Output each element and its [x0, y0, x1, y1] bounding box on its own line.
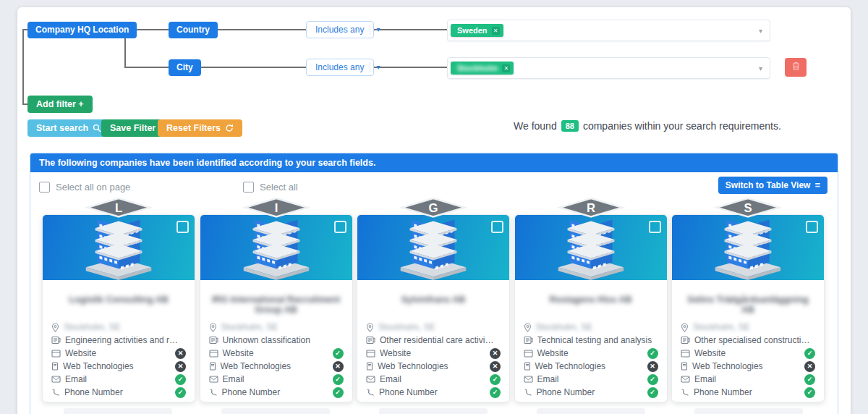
- phone-icon: [51, 388, 60, 397]
- chevron-down-icon[interactable]: ▾: [759, 27, 762, 35]
- phone-row: Phone Number ✓: [681, 386, 815, 399]
- operator-label: Includes any: [315, 25, 364, 35]
- company-card[interactable]: R Roslagens Hiss AB Stockholm, SE Techni…: [514, 214, 668, 402]
- select-all-label: Select all: [260, 182, 298, 193]
- building-illustration: R: [545, 197, 637, 282]
- value-tag-sweden: Sweden ✕: [451, 24, 503, 37]
- email-icon: [524, 376, 533, 383]
- phone-icon: [681, 388, 689, 397]
- phone-label: Phone Number: [64, 387, 123, 397]
- tag-label: Stockholm: [457, 64, 498, 72]
- classification-icon: [681, 336, 690, 345]
- filter-field-city[interactable]: City: [169, 59, 201, 76]
- card-select-checkbox[interactable]: [491, 221, 503, 233]
- company-classification: Other residential care activities: [380, 335, 495, 345]
- chevron-down-icon: ▾: [370, 25, 380, 35]
- website-row: Website ✓: [524, 347, 658, 360]
- location-row: Stockholm, SE: [366, 321, 501, 334]
- classification-icon: [209, 336, 218, 345]
- website-row: Website ✓: [209, 347, 344, 360]
- trash-icon: [792, 62, 800, 73]
- results-count-badge: 88: [561, 120, 579, 132]
- company-card-body: Roslagens Hiss AB Stockholm, SE Technica…: [515, 280, 667, 399]
- location-row: Stockholm, SE: [209, 321, 344, 334]
- location-row: Stockholm, SE: [524, 321, 658, 334]
- website-icon: [681, 350, 690, 358]
- phone-label: Phone Number: [379, 387, 438, 397]
- value-input-country[interactable]: Sweden ✕ ▾: [447, 20, 770, 41]
- select-all-on-page[interactable]: Select all on page: [39, 182, 130, 193]
- building-illustration: G: [387, 197, 480, 282]
- company-card-body: Selins Trädgårdsanläggning AB Stockholm,…: [672, 280, 824, 399]
- start-search-button[interactable]: Start search: [27, 119, 110, 137]
- value-input-city[interactable]: Stockholm ✕ ▾: [447, 57, 770, 79]
- phone-status-icon: ✓: [490, 387, 501, 398]
- email-row: Email ✓: [209, 373, 344, 386]
- map-pin-icon: [51, 323, 59, 332]
- map-pin-icon: [366, 323, 374, 332]
- card-select-checkbox[interactable]: [806, 221, 818, 233]
- website-label: Website: [537, 348, 569, 358]
- web-technologies-label: Web Technologies: [692, 361, 763, 371]
- web-technologies-icon: [209, 362, 216, 371]
- company-card-header: G: [357, 215, 509, 280]
- web-technologies-icon: [51, 362, 59, 371]
- company-card-body: Logistik Consulting AB Stockholm, SE Eng…: [43, 280, 195, 399]
- phone-row: Phone Number ✓: [51, 386, 186, 399]
- website-status-icon: ✓: [647, 348, 658, 359]
- classification-icon: [366, 336, 375, 345]
- email-label: Email: [65, 374, 87, 384]
- company-card[interactable]: I IRG International Recruitment Group AB…: [200, 214, 353, 402]
- website-status-icon: ✕: [490, 348, 501, 359]
- company-card-header: I: [200, 215, 352, 280]
- start-search-label: Start search: [36, 123, 88, 133]
- company-classification: Unknown classification: [223, 335, 310, 345]
- website-label: Website: [694, 348, 726, 358]
- card-select-checkbox[interactable]: [334, 221, 346, 233]
- website-row: Website ✓: [681, 347, 815, 360]
- company-card[interactable]: S Selins Trädgårdsanläggning AB Stockhol…: [671, 214, 825, 402]
- delete-filter-row-button[interactable]: [785, 58, 807, 77]
- add-filter-button[interactable]: Add filter +: [27, 96, 93, 113]
- table-view-icon: ≡: [814, 182, 820, 189]
- chevron-down-icon[interactable]: ▾: [759, 64, 762, 72]
- email-icon: [681, 376, 690, 383]
- website-status-icon: ✓: [804, 348, 815, 359]
- reset-filters-button[interactable]: Reset Filters: [158, 119, 242, 137]
- building-illustration: I: [230, 197, 323, 282]
- reset-filters-label: Reset Filters: [166, 123, 221, 133]
- classification-icon: [524, 336, 533, 345]
- company-name: Roslagens Hiss AB: [524, 295, 658, 315]
- roof-letter: R: [586, 201, 595, 215]
- operator-label: Includes any: [315, 62, 364, 72]
- select-all-on-page-checkbox[interactable]: [39, 182, 50, 193]
- filter-root-node[interactable]: Company HQ Location: [27, 22, 137, 38]
- select-all-checkbox[interactable]: [243, 182, 254, 193]
- web-technologies-row: Web Technologies ✕: [366, 360, 501, 373]
- company-card[interactable]: L Logistik Consulting AB Stockholm, SE E…: [42, 214, 195, 402]
- web-technologies-row: Web Technologies ✕: [51, 360, 186, 373]
- company-location: Stockholm, SE: [536, 322, 593, 332]
- website-status-icon: ✓: [333, 348, 344, 359]
- select-all[interactable]: Select all: [243, 182, 298, 193]
- switch-to-table-view-button[interactable]: Switch to Table View ≡: [718, 177, 827, 194]
- save-filter-label: Save Filter: [110, 123, 156, 133]
- company-location: Stockholm, SE: [221, 322, 278, 332]
- company-name: IRG International Recruitment Group AB: [209, 295, 344, 315]
- card-select-checkbox[interactable]: [176, 221, 189, 233]
- remove-tag-icon[interactable]: ✕: [502, 64, 510, 72]
- card-select-checkbox[interactable]: [649, 221, 661, 233]
- filter-field-country[interactable]: Country: [169, 22, 218, 38]
- chevron-down-icon: ▾: [370, 62, 380, 72]
- website-icon: [51, 350, 61, 358]
- web-technologies-label: Web Technologies: [535, 361, 606, 371]
- email-row: Email ✓: [51, 373, 186, 386]
- operator-dropdown-city[interactable]: Includes any ▾: [306, 59, 374, 76]
- web-technologies-status-icon: ✕: [647, 361, 658, 372]
- website-label: Website: [380, 348, 411, 358]
- company-card[interactable]: G Sylvinfrans AB Stockholm, SE Other res…: [357, 214, 510, 402]
- company-location: Stockholm, SE: [693, 322, 750, 332]
- web-technologies-status-icon: ✕: [333, 361, 344, 372]
- remove-tag-icon[interactable]: ✕: [492, 27, 500, 35]
- operator-dropdown-country[interactable]: Includes any ▾: [306, 21, 374, 38]
